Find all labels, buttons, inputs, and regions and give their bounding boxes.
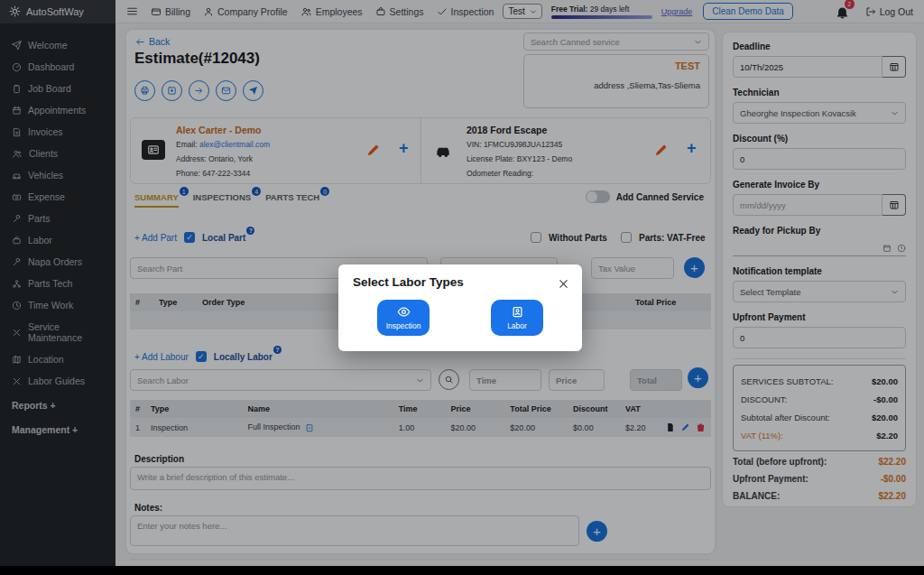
app-root: AutoSoftWay Billing Company Profile Empl…: [0, 0, 924, 575]
modal-buttons: Inspection Labor: [353, 300, 568, 336]
select-labor-types-modal: Select Labor Types Inspection Labor: [338, 264, 582, 351]
modal-title: Select Labor Types: [353, 275, 568, 289]
modal-close-button[interactable]: [558, 275, 569, 292]
labor-type-label: Labor: [507, 321, 527, 330]
close-icon: [558, 278, 569, 290]
person-badge-icon: [511, 305, 524, 319]
inspection-type-label: Inspection: [386, 321, 421, 330]
inspection-type-button[interactable]: Inspection: [377, 300, 430, 336]
eye-icon: [397, 305, 411, 319]
bottom-black-strip: [0, 566, 924, 575]
labor-type-button[interactable]: Labor: [491, 300, 543, 336]
